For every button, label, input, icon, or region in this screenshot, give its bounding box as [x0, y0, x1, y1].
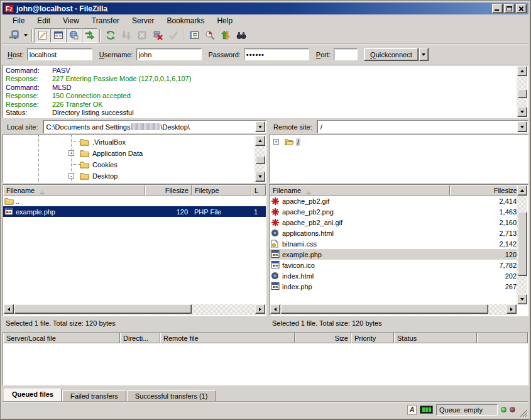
scrollbar-thumb[interactable]: [256, 156, 265, 164]
site-manager-icon[interactable]: [6, 28, 21, 43]
scroll-down-icon[interactable]: [517, 294, 527, 304]
scrollbar-thumb[interactable]: [518, 212, 527, 276]
remote-site-combobox[interactable]: /: [317, 120, 528, 133]
column-header-filetype[interactable]: Filetype: [192, 185, 251, 196]
file-row[interactable]: bitnami.css 2,142: [270, 238, 517, 249]
file-size: 202: [450, 272, 520, 280]
scroll-left-icon[interactable]: [270, 304, 280, 314]
css-file-icon: [271, 240, 280, 248]
toggle-remote-tree-icon[interactable]: [66, 28, 82, 43]
column-header-filename[interactable]: Filename: [270, 185, 450, 196]
quickconnect-button[interactable]: Quickconnect: [364, 48, 419, 61]
file-row[interactable]: applications.html 2,713: [270, 228, 517, 238]
local-tree-scrollbar[interactable]: [255, 136, 265, 182]
scroll-right-icon[interactable]: [255, 304, 265, 314]
expand-plus-icon[interactable]: +: [68, 150, 74, 156]
tree-item[interactable]: .VirtualBox: [80, 136, 127, 147]
column-header-server-local-file[interactable]: Server/Local file: [3, 333, 120, 343]
scroll-right-icon[interactable]: [506, 304, 517, 314]
toggle-local-tree-icon[interactable]: [50, 28, 66, 43]
find-files-icon[interactable]: [233, 28, 249, 43]
password-label: Password:: [209, 51, 241, 58]
menu-bookmarks[interactable]: Bookmarks: [160, 15, 211, 26]
synchronized-browsing-icon[interactable]: [217, 28, 233, 43]
column-header-size[interactable]: Size: [295, 333, 351, 343]
log-scrollbar[interactable]: [517, 66, 527, 117]
file-row[interactable]: index.php 267: [270, 281, 517, 292]
menu-transfer[interactable]: Transfer: [85, 15, 126, 26]
remote-list-hscrollbar[interactable]: [270, 304, 517, 315]
column-header-lastmodified[interactable]: L: [251, 185, 266, 196]
directory-comparison-icon[interactable]: [202, 28, 217, 43]
menu-file[interactable]: File: [6, 15, 31, 26]
toggle-message-log-icon[interactable]: [35, 28, 50, 43]
tab-queued-files[interactable]: Queued files: [4, 389, 62, 402]
column-header-status[interactable]: Status: [394, 333, 477, 343]
folder-icon: [4, 197, 14, 205]
ascii-datatype-icon[interactable]: A: [407, 405, 417, 415]
resize-grip[interactable]: [518, 408, 528, 417]
tree-item[interactable]: + /: [285, 136, 300, 147]
scroll-left-icon[interactable]: [4, 304, 14, 314]
menu-help[interactable]: Help: [211, 15, 239, 26]
column-header-filesize[interactable]: Filesize: [450, 185, 520, 196]
remote-list-scrollbar[interactable]: [517, 185, 527, 304]
expand-plus-icon[interactable]: +: [273, 139, 279, 145]
username-input[interactable]: [136, 48, 202, 60]
cancel-operation-icon[interactable]: [134, 28, 150, 43]
tree-item[interactable]: + Application Data: [80, 148, 144, 158]
tree-item-label: /: [296, 138, 300, 146]
process-queue-icon[interactable]: [118, 28, 134, 43]
scrollbar-thumb[interactable]: [281, 304, 488, 314]
scroll-up-icon[interactable]: [517, 185, 527, 196]
toggle-transfer-queue-icon[interactable]: [82, 28, 97, 43]
port-input[interactable]: [334, 48, 358, 60]
tab-failed-transfers[interactable]: Failed transfers: [62, 390, 126, 402]
column-header-filename[interactable]: Filename: [3, 185, 145, 196]
chevron-down-icon[interactable]: [517, 121, 527, 132]
file-row-selected[interactable]: example.php 120: [270, 249, 517, 260]
disconnect-icon[interactable]: [150, 28, 165, 43]
tree-item[interactable]: - Desktop: [80, 170, 119, 181]
menu-view[interactable]: View: [57, 15, 85, 26]
local-site-combobox[interactable]: C:\Documents and Settings\Desktop\: [43, 120, 266, 133]
scroll-up-icon[interactable]: [517, 66, 527, 76]
file-row[interactable]: favicon.ico 7,782: [270, 260, 517, 270]
file-row[interactable]: apache_pb2_ani.gif 2,160: [270, 217, 517, 228]
column-header-priority[interactable]: Priority: [351, 333, 394, 343]
menu-server[interactable]: Server: [126, 15, 160, 26]
collapse-minus-icon[interactable]: -: [68, 173, 74, 179]
file-row[interactable]: index.html 202: [270, 270, 517, 281]
scroll-down-icon[interactable]: [517, 107, 527, 117]
menu-edit[interactable]: Edit: [31, 15, 57, 26]
column-header-filesize[interactable]: Filesize: [145, 185, 192, 196]
filezilla-window: Fz john@localhost - FileZilla File Edit …: [0, 0, 531, 420]
refresh-icon[interactable]: [102, 28, 118, 43]
file-row[interactable]: apache_pb2.png 1,463: [270, 206, 517, 217]
site-manager-dropdown-icon[interactable]: [21, 28, 30, 43]
reconnect-icon[interactable]: [165, 28, 181, 43]
column-header-direction[interactable]: Directi...: [120, 333, 160, 343]
file-size: 2,142: [450, 240, 520, 248]
minimize-button[interactable]: [492, 4, 503, 13]
tree-item[interactable]: Cookies: [80, 159, 119, 170]
speed-limit-icon[interactable]: [420, 406, 433, 414]
local-list-hscrollbar[interactable]: [4, 304, 265, 315]
scroll-up-icon[interactable]: [255, 136, 265, 146]
filter-icon[interactable]: [186, 28, 202, 43]
close-button[interactable]: [516, 4, 527, 13]
tab-successful-transfers[interactable]: Successful transfers (1): [127, 390, 216, 402]
scroll-down-icon[interactable]: [255, 172, 265, 182]
file-row[interactable]: ..: [3, 196, 266, 206]
maximize-button[interactable]: [504, 4, 515, 13]
column-header-remote-file[interactable]: Remote file: [160, 333, 295, 343]
password-input[interactable]: [244, 48, 309, 60]
host-input[interactable]: [27, 48, 92, 60]
file-row[interactable]: apache_pb2.gif 2,414: [270, 196, 517, 206]
titlebar[interactable]: Fz john@localhost - FileZilla: [3, 3, 528, 14]
scrollbar-thumb[interactable]: [14, 304, 192, 314]
file-row-selected[interactable]: example.php 120 PHP File 1: [3, 206, 266, 217]
chevron-down-icon[interactable]: [255, 121, 265, 132]
quickconnect-dropdown-icon[interactable]: [419, 48, 429, 61]
scrollbar-thumb[interactable]: [518, 89, 527, 98]
